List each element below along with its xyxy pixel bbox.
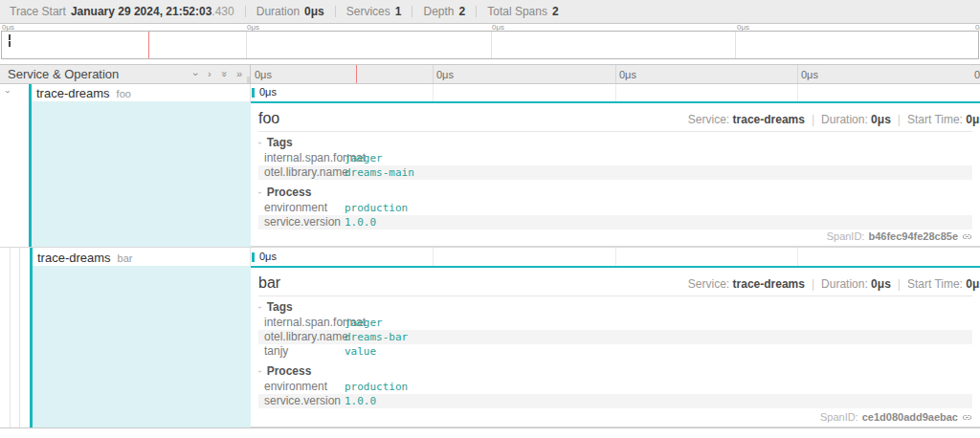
ruler-tick [615,65,616,83]
bottom-strip [0,427,980,438]
tag-value: jaeger [345,317,383,329]
trace-minimap[interactable] [1,31,979,59]
process-accordion-header[interactable]: › Process [258,186,972,199]
span-bar-foo[interactable] [252,88,255,98]
service-operation-header: Service & Operation › › » » || [0,65,251,83]
meta-duration-label: Duration: [821,113,868,126]
timeline-gridline [433,248,434,266]
expand-all-icon[interactable]: » [236,69,242,79]
tags-accordion-header[interactable]: › Tags [258,136,972,149]
total-spans-label: Total Spans [487,5,547,18]
detail-meta: Service: trace-dreams|Duration: 0μs|Star… [688,277,980,291]
ruler-tick [433,65,434,83]
timeline-gridline [615,248,616,266]
detail-row-gutter-bar [0,266,251,427]
timeline-ruler: 0μs 0μs 0μs 0μs 0μs [251,65,980,83]
divider [335,6,336,17]
span-timeline-cell-foo[interactable]: 0μs [251,84,980,101]
span-id-footer: SpanID: b46fec94fe28c85e [827,230,972,242]
indent-guide [19,266,20,427]
tag-row: internal.span.format jaeger [258,316,972,330]
process-row: environment production [258,380,972,394]
span-id-label: SpanID: [827,230,865,242]
minimap-gridline [246,32,247,58]
meta-start-label: Start Time: [907,277,963,291]
tag-row: otel.library.name dreams-main [258,165,972,180]
indent-guide [19,248,20,266]
collapse-all-icon[interactable]: » [218,71,229,77]
tag-value: value [345,345,376,358]
timeline-column-header: Service & Operation › › » » || 0μs 0μs 0… [0,64,980,84]
process-value: 1.0.0 [345,216,376,229]
meta-start-label: Start Time: [907,113,963,126]
span-duration-label: 0μs [259,251,277,262]
collapse-one-icon[interactable]: › [191,73,202,77]
tag-value: jaeger [345,152,383,164]
process-table: environment production service.version 1… [258,380,972,408]
operation-name: foo [117,88,131,99]
detail-title: bar [258,274,280,292]
timeline-gridline [797,84,798,101]
trace-start-label: Trace Start [10,5,66,18]
minimap-gridline [491,32,492,58]
minimap-span-mark [9,41,11,47]
meta-service-value: trace-dreams [733,113,805,126]
span-row-foo[interactable]: › trace-dreamsfoo 0μs [0,84,980,101]
meta-start-value: 0μs [966,277,980,291]
tag-key: internal.span.format [264,152,345,164]
service-color-bar [30,248,33,266]
process-accordion-header[interactable]: › Process [258,364,972,378]
span-id-value: b46fec94fe28c85e [868,230,958,242]
span-id-label: SpanID: [820,411,858,423]
span-row-bar[interactable]: trace-dreamsbar 0μs [0,247,980,266]
column-resizer-grip[interactable]: || [247,75,249,83]
services-value: 1 [395,5,402,18]
collapse-chevron-icon[interactable]: › [3,91,12,94]
ruler-tick-label: 0μs [255,69,272,80]
tags-table: internal.span.format jaeger otel.library… [258,316,972,359]
tag-value: dreams-bar [345,331,408,343]
span-detail-panel-foo: foo Service: trace-dreams|Duration: 0μs|… [251,101,980,247]
timeline-gridline [615,84,616,101]
service-name: trace-dreams [36,86,110,100]
span-bar-bar[interactable] [252,252,255,262]
ruler-tick-label: 0μs [436,69,454,80]
tag-row: tanjy value [258,344,972,359]
span-timeline-cell-bar[interactable]: 0μs [251,247,980,266]
divider [476,6,477,17]
link-icon[interactable] [962,231,972,242]
process-value: production [345,202,408,214]
process-key: service.version [264,216,345,229]
minimap-tick-label: 0μs [247,24,259,31]
meta-duration-label: Duration: [821,277,868,291]
ruler-tick [797,65,798,83]
service-color-bar [29,84,32,101]
process-value: 1.0.0 [345,395,376,407]
ruler-tick-label: 0μs [619,69,636,80]
chevron-down-icon: › [256,142,264,144]
chevron-down-icon: › [256,306,264,309]
depth-value: 2 [459,5,466,18]
tags-accordion-header[interactable]: › Tags [258,300,972,314]
link-icon[interactable] [962,412,972,423]
expand-one-icon[interactable]: › [208,69,212,79]
tag-key: otel.library.name [264,166,345,179]
timeline-gridline [433,84,434,101]
duration-label: Duration [256,5,300,18]
minimap-tick-label: 0μs [492,24,504,31]
ruler-cursor-line [356,65,357,83]
span-id-footer: SpanID: ce1d080add9aebac [820,411,972,423]
operation-name: bar [118,252,133,264]
span-id-value: ce1d080add9aebac [862,411,958,423]
tag-value: dreams-main [345,166,414,179]
indent-guide [10,248,11,266]
selected-span-highlight [32,101,251,247]
detail-header-foo: foo Service: trace-dreams|Duration: 0μs|… [258,107,972,132]
process-key: service.version [264,395,345,407]
minimap-cursor-line [148,32,149,58]
span-name-cell-foo[interactable]: › trace-dreamsfoo [0,84,251,101]
span-name-cell-bar[interactable]: trace-dreamsbar [0,247,251,266]
divider [412,6,412,17]
trace-start-ms: .430 [212,5,234,18]
minimap-tick-label: 0μs [975,24,980,31]
